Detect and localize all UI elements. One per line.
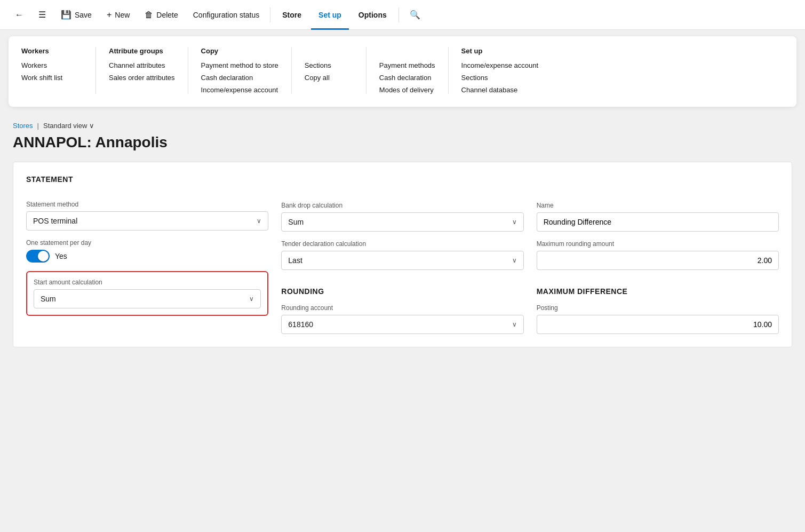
rounding-group: ROUNDING Rounding account 618160 ∨ <box>281 287 523 334</box>
new-plus-icon: + <box>107 10 111 20</box>
menu-item-copy-all[interactable]: Copy all <box>305 74 353 82</box>
start-amount-chevron: ∨ <box>249 295 254 303</box>
breadcrumb-stores-link[interactable]: Stores <box>13 122 33 130</box>
page-header: Stores | Standard view ∨ ANNAPOL: Annapo… <box>0 113 805 162</box>
tender-decl-chevron: ∨ <box>512 257 517 264</box>
right-column: Name Maximum rounding amount MAXIMUM DIF… <box>537 175 779 334</box>
start-amount-label: Start amount calculation <box>34 279 261 286</box>
menu-button[interactable]: ☰ <box>32 6 52 23</box>
menu-item-workers[interactable]: Workers <box>21 61 83 69</box>
bank-drop-chevron: ∨ <box>512 218 517 226</box>
page-title: ANNAPOL: Annapolis <box>13 134 792 151</box>
menu-group-items-copy: Payment method to store Cash declaration… <box>201 61 278 94</box>
menu-item-payment-methods[interactable]: Payment methods <box>379 61 435 69</box>
save-button[interactable]: 💾 Save <box>54 6 98 23</box>
menu-group-items-setup-left: Payment methods Cash declaration Modes o… <box>379 61 435 94</box>
rounding-account-select[interactable]: 618160 ∨ <box>281 315 523 334</box>
toolbar-divider-2 <box>398 7 399 22</box>
menu-panel: Workers Workers Work shift list Attribut… <box>9 36 796 107</box>
start-amount-field: Start amount calculation Sum ∨ <box>34 279 261 308</box>
menu-item-channel-database[interactable]: Channel database <box>461 86 539 94</box>
bank-drop-select[interactable]: Sum ∨ <box>281 212 523 232</box>
menu-group-setup-left: _ Payment methods Cash declaration Modes… <box>366 47 449 94</box>
max-rounding-label: Maximum rounding amount <box>537 240 779 248</box>
statement-column: STATEMENT Statement method POS terminal … <box>26 175 268 334</box>
menu-group-attributes: Attribute groups Channel attributes Sale… <box>96 47 188 94</box>
new-button[interactable]: + New <box>100 7 136 23</box>
toggle-knob <box>38 251 49 261</box>
name-field: Name <box>537 202 779 232</box>
max-rounding-field: Maximum rounding amount <box>537 240 779 270</box>
menu-group-setup-right: Set up Income/expense account Sections C… <box>449 47 552 94</box>
menu-group-title-setup: Set up <box>461 47 539 55</box>
statement-section-title: STATEMENT <box>26 175 268 184</box>
menu-item-income-expense-account[interactable]: Income/expense account <box>461 61 539 69</box>
rounding-account-label: Rounding account <box>281 304 523 312</box>
start-amount-highlighted: Start amount calculation Sum ∨ <box>26 271 268 316</box>
breadcrumb: Stores | Standard view ∨ <box>13 122 792 130</box>
menu-group-items-sections-copy: Sections Copy all <box>305 61 353 82</box>
search-icon: 🔍 <box>410 10 420 20</box>
menu-item-income-expense-copy[interactable]: Income/expense account <box>201 86 278 94</box>
max-diff-section-title: MAXIMUM DIFFERENCE <box>537 287 779 296</box>
menu-item-payment-method[interactable]: Payment method to store <box>201 61 278 69</box>
breadcrumb-separator: | <box>37 122 39 130</box>
menu-group-title-attributes: Attribute groups <box>109 47 175 55</box>
rounding-account-chevron: ∨ <box>512 321 517 328</box>
menu-group-title-copy: Copy <box>201 47 278 55</box>
spacer-section-title <box>281 175 523 193</box>
toggle-label: Yes <box>55 252 67 260</box>
one-statement-field: One statement per day Yes <box>26 239 268 263</box>
save-icon: 💾 <box>61 10 71 20</box>
menu-groups: Workers Workers Work shift list Attribut… <box>21 47 784 94</box>
tab-store[interactable]: Store <box>275 7 309 22</box>
menu-group-copy: Copy Payment method to store Cash declar… <box>188 47 292 94</box>
search-button[interactable]: 🔍 <box>403 6 427 23</box>
max-rounding-input[interactable] <box>537 251 779 270</box>
menu-item-cash-declaration[interactable]: Cash declaration <box>379 74 435 82</box>
menu-group-items-attributes: Channel attributes Sales order attribute… <box>109 61 175 82</box>
hamburger-icon: ☰ <box>38 10 46 20</box>
start-amount-select[interactable]: Sum ∨ <box>34 289 261 308</box>
menu-item-work-shift[interactable]: Work shift list <box>21 74 83 82</box>
name-input[interactable] <box>537 212 779 232</box>
rounding-account-field: Rounding account 618160 ∨ <box>281 304 523 334</box>
content-card: STATEMENT Statement method POS terminal … <box>13 162 792 347</box>
one-statement-toggle[interactable] <box>26 250 50 263</box>
statement-method-chevron: ∨ <box>257 217 261 225</box>
tab-setup[interactable]: Set up <box>311 7 349 22</box>
statement-method-select[interactable]: POS terminal ∨ <box>26 211 268 231</box>
tender-decl-field: Tender declaration calculation Last ∨ <box>281 240 523 270</box>
one-statement-label: One statement per day <box>26 239 268 247</box>
toolbar-divider-1 <box>270 7 270 22</box>
menu-group-title-workers: Workers <box>21 47 83 55</box>
toolbar: ← ☰ 💾 Save + New 🗑 Delete Configuration … <box>0 0 805 30</box>
max-diff-group: MAXIMUM DIFFERENCE Posting <box>537 287 779 334</box>
config-status-button[interactable]: Configuration status <box>187 7 266 22</box>
menu-item-modes-delivery[interactable]: Modes of delivery <box>379 86 435 94</box>
delete-icon: 🗑 <box>145 10 153 20</box>
bank-drop-label: Bank drop calculation <box>281 202 523 209</box>
bank-drop-field: Bank drop calculation Sum ∨ <box>281 202 523 232</box>
middle-column: Bank drop calculation Sum ∨ Tender decla… <box>281 175 523 334</box>
back-button[interactable]: ← <box>9 7 30 23</box>
menu-item-sections-copy[interactable]: Sections <box>305 61 353 69</box>
posting-label: Posting <box>537 304 779 312</box>
delete-button[interactable]: 🗑 Delete <box>138 7 184 23</box>
tender-decl-label: Tender declaration calculation <box>281 240 523 248</box>
menu-item-cash-declaration-copy[interactable]: Cash declaration <box>201 74 278 82</box>
back-icon: ← <box>15 10 23 20</box>
form-grid: STATEMENT Statement method POS terminal … <box>26 175 779 334</box>
statement-method-label: Statement method <box>26 201 268 208</box>
menu-item-sales-order-attributes[interactable]: Sales order attributes <box>109 74 175 82</box>
menu-item-sections[interactable]: Sections <box>461 74 539 82</box>
menu-group-workers: Workers Workers Work shift list <box>21 47 96 94</box>
breadcrumb-view-selector[interactable]: Standard view ∨ <box>43 122 94 130</box>
posting-input[interactable] <box>537 315 779 334</box>
toggle-row: Yes <box>26 250 268 263</box>
tender-decl-select[interactable]: Last ∨ <box>281 251 523 270</box>
name-label: Name <box>537 202 779 209</box>
menu-item-channel-attributes[interactable]: Channel attributes <box>109 61 175 69</box>
menu-group-sections-copy: _ Sections Copy all <box>292 47 366 94</box>
tab-options[interactable]: Options <box>351 7 394 22</box>
